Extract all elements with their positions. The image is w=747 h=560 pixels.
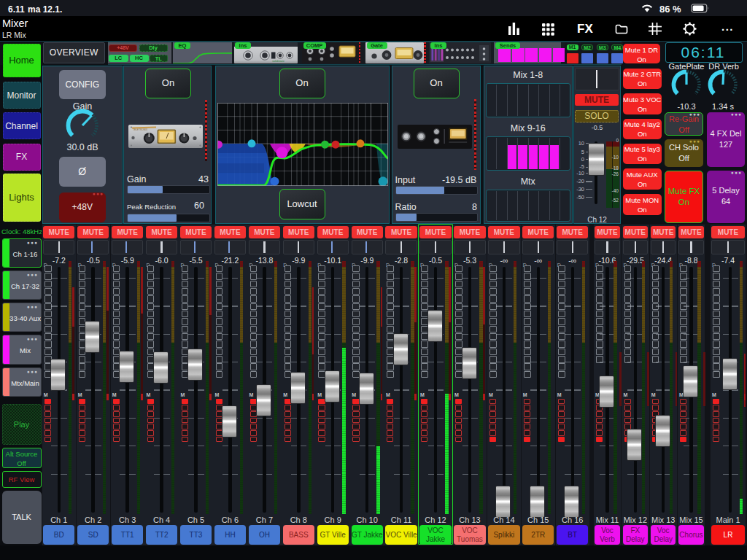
svg-text:TELETRONIX: TELETRONIX <box>133 128 148 131</box>
svg-text:solidstate: solidstate <box>272 58 285 62</box>
